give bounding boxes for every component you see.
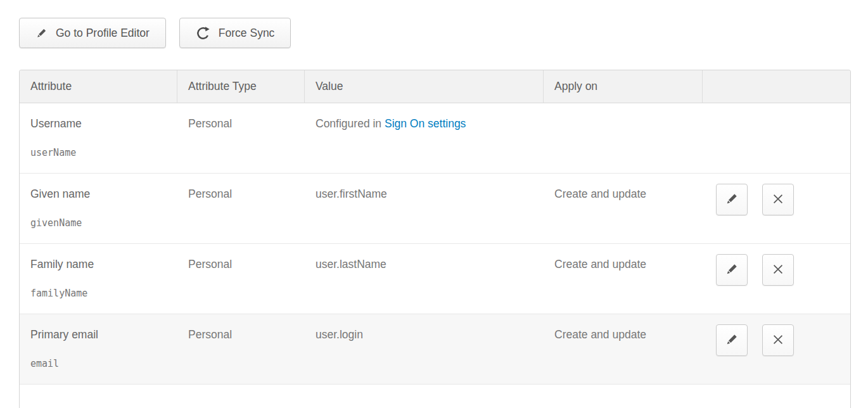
go-to-profile-editor-label: Go to Profile Editor [56,27,150,40]
value-cell: user.lastName [305,244,544,314]
apply-on-cell: Create and update [544,314,703,385]
attribute-variable: givenName [30,217,170,229]
value-cell: user.login [305,314,544,385]
attribute-cell: Primary email email [20,314,177,385]
attribute-cell: Family name familyName [20,244,177,314]
attribute-label: Family name [30,258,170,271]
attribute-type-cell: Personal [177,174,305,244]
attribute-variable: userName [30,147,170,158]
go-to-profile-editor-button[interactable]: Go to Profile Editor [19,18,166,48]
pencil-icon [725,262,739,278]
table-row-family-name: Family name familyName Personal user.las… [20,244,851,314]
value-cell: user.firstName [305,174,544,244]
toolbar: Go to Profile Editor Force Sync [19,18,291,48]
delete-attribute-button[interactable] [762,324,794,356]
page: Go to Profile Editor Force Sync Attribut… [0,0,868,408]
apply-on-cell [544,103,703,174]
empty-cell [20,385,851,408]
header-apply-on: Apply on [544,70,703,103]
delete-attribute-button[interactable] [762,254,794,286]
table-row-partial [20,385,851,408]
table-row-primary-email: Primary email email Personal user.login … [20,314,851,385]
attribute-cell: Given name givenName [20,174,177,244]
attribute-variable: email [30,358,170,369]
header-attribute-type: Attribute Type [177,70,305,103]
pencil-icon [35,27,48,39]
x-icon [771,262,785,278]
apply-on-cell: Create and update [544,174,703,244]
value-prefix-text: Configured in [316,117,385,130]
refresh-icon [196,26,210,41]
x-icon [771,192,785,208]
pencil-icon [725,333,739,348]
header-value: Value [305,70,544,103]
attribute-type-cell: Personal [177,103,305,174]
attribute-cell: Username userName [20,103,177,174]
force-sync-button[interactable]: Force Sync [179,18,291,48]
attribute-type-cell: Personal [177,244,305,314]
pencil-icon [725,192,739,208]
apply-on-cell: Create and update [544,244,703,314]
edit-attribute-button[interactable] [716,184,748,215]
edit-attribute-button[interactable] [716,324,748,356]
attribute-label: Given name [30,188,170,201]
value-cell: Configured in Sign On settings [305,103,544,174]
header-attribute: Attribute [20,70,177,103]
actions-cell [703,314,851,385]
attribute-type-cell: Personal [177,314,305,385]
actions-cell [703,103,851,174]
attribute-variable: familyName [30,288,170,299]
edit-attribute-button[interactable] [716,254,748,286]
actions-cell [703,244,851,314]
header-actions [703,70,851,103]
table-row-username: Username userName Personal Configured in… [20,103,851,174]
table-header-row: Attribute Attribute Type Value Apply on [20,70,851,103]
delete-attribute-button[interactable] [762,184,794,215]
x-icon [771,333,785,348]
attribute-label: Primary email [30,328,170,341]
attribute-label: Username [30,117,170,131]
force-sync-label: Force Sync [219,27,275,40]
attribute-mapping-table: Attribute Attribute Type Value Apply on … [19,70,851,408]
actions-cell [703,174,851,244]
table-row-given-name: Given name givenName Personal user.first… [20,174,851,244]
sign-on-settings-link[interactable]: Sign On settings [385,117,466,130]
